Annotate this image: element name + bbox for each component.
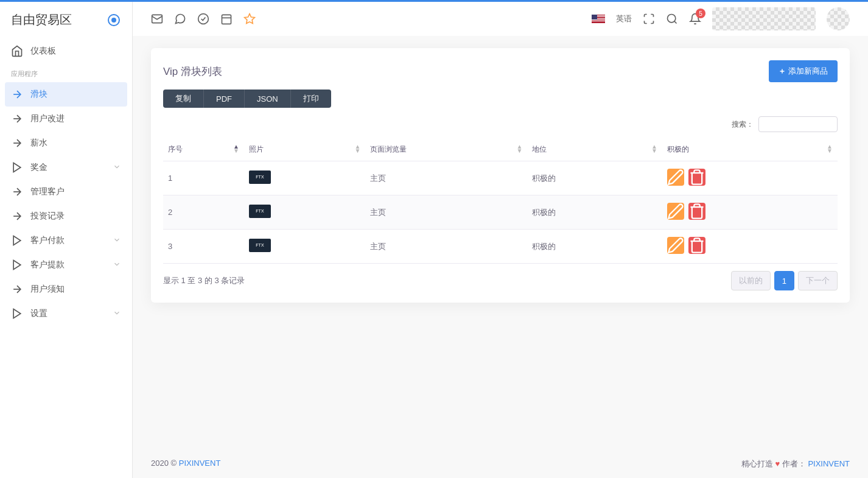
arrow-right-icon	[11, 113, 23, 125]
collapse-sidebar-icon[interactable]	[107, 13, 121, 27]
play-icon	[11, 308, 23, 320]
sidebar-item-invest-record[interactable]: 投资记录	[0, 204, 132, 228]
edit-button[interactable]	[667, 237, 684, 254]
sidebar-item-customer-pay[interactable]: 客户付款	[0, 228, 132, 253]
heart-icon: ♥	[775, 459, 780, 468]
sidebar-item-salary[interactable]: 薪水	[0, 131, 132, 155]
sidebar-item-label: 客户付款	[30, 235, 65, 246]
topbar: 英语 5	[133, 2, 868, 36]
sidebar-item-customer-withdraw[interactable]: 客户提款	[0, 253, 132, 277]
edit-button[interactable]	[667, 203, 684, 220]
sort-icon: ▲▼	[516, 144, 522, 153]
cell-sn: 2	[163, 195, 244, 230]
thumbnail-icon: FTX	[249, 170, 271, 184]
data-table: 序号▲▼ 照片▲▼ 页面浏览量▲▼ 地位▲▼ 积极的▲▼ 1 FTX 主页 积极…	[163, 138, 838, 264]
cell-actions	[662, 195, 838, 230]
chat-icon[interactable]	[174, 13, 186, 25]
svg-marker-9	[13, 261, 21, 270]
cell-photo: FTX	[244, 230, 365, 264]
pagination-prev[interactable]: 以前的	[731, 271, 771, 290]
arrow-right-icon	[11, 137, 23, 149]
cell-pageview: 主页	[365, 195, 527, 230]
check-circle-icon[interactable]	[197, 13, 209, 25]
arrow-right-icon	[11, 210, 23, 222]
star-icon[interactable]	[243, 13, 256, 25]
flag-icon[interactable]	[592, 15, 605, 23]
table-row: 2 FTX 主页 积极的	[163, 195, 838, 230]
search-input[interactable]	[758, 116, 838, 132]
brand: 自由贸易区	[0, 2, 132, 39]
plus-icon	[779, 68, 786, 75]
sidebar-item-label: 滑块	[30, 89, 47, 100]
play-icon	[11, 259, 23, 271]
svg-marker-16	[245, 14, 255, 24]
notification-badge: 5	[696, 9, 705, 18]
chevron-down-icon	[113, 163, 121, 173]
chevron-down-icon	[113, 260, 121, 270]
calendar-icon[interactable]	[220, 13, 233, 25]
sidebar-item-settings[interactable]: 设置	[0, 301, 132, 326]
sidebar: 自由贸易区 仪表板 应用程序 滑块 用户改进 薪水 奖金	[0, 2, 133, 478]
thumbnail-icon: FTX	[249, 239, 271, 252]
delete-button[interactable]	[688, 169, 705, 186]
svg-point-13	[198, 14, 209, 24]
export-print-button[interactable]: 打印	[291, 90, 331, 108]
sidebar-item-bonus[interactable]: 奖金	[0, 155, 132, 180]
svg-point-17	[668, 15, 676, 23]
sidebar-item-label: 客户提款	[30, 259, 65, 270]
add-new-label: 添加新商品	[788, 66, 828, 77]
sidebar-item-label: 用户须知	[30, 284, 65, 295]
chevron-down-icon	[113, 236, 121, 246]
cell-photo: FTX	[244, 195, 365, 230]
cell-photo: FTX	[244, 161, 365, 195]
mail-icon[interactable]	[151, 13, 163, 25]
arrow-right-icon	[11, 186, 23, 198]
sidebar-item-label: 投资记录	[30, 211, 65, 222]
pagination-next[interactable]: 下一个	[798, 271, 838, 290]
play-icon	[11, 234, 23, 247]
cell-actions	[662, 230, 838, 264]
sidebar-item-label: 薪水	[30, 138, 47, 149]
footer-author-link[interactable]: PIXINVENT	[808, 459, 850, 468]
th-photo[interactable]: 照片▲▼	[244, 138, 365, 161]
export-copy-button[interactable]: 复制	[163, 90, 204, 108]
sidebar-item-label: 仪表板	[30, 46, 56, 57]
export-pdf-button[interactable]: PDF	[204, 90, 245, 108]
sidebar-item-user-improve[interactable]: 用户改进	[0, 107, 132, 131]
sidebar-item-slider[interactable]: 滑块	[5, 82, 127, 107]
sidebar-item-user-notice[interactable]: 用户须知	[0, 277, 132, 301]
arrow-right-icon	[11, 88, 23, 100]
thumbnail-icon: FTX	[249, 205, 271, 218]
notification-icon[interactable]: 5	[689, 13, 701, 25]
edit-button[interactable]	[667, 169, 684, 186]
pagination-page-1[interactable]: 1	[774, 271, 794, 290]
language-label[interactable]: 英语	[616, 13, 632, 24]
sort-icon: ▲▼	[651, 144, 657, 153]
main-area: 英语 5 Vip 滑块列表 添加新商品	[133, 2, 868, 478]
play-icon	[11, 161, 23, 174]
svg-marker-8	[13, 236, 21, 245]
th-pageview[interactable]: 页面浏览量▲▼	[365, 138, 527, 161]
delete-button[interactable]	[688, 203, 705, 220]
cell-status: 积极的	[527, 161, 662, 195]
content: Vip 滑块列表 添加新商品 复制 PDF JSON 打印 搜索：	[133, 36, 868, 450]
maximize-icon[interactable]	[643, 13, 655, 25]
delete-button[interactable]	[688, 237, 705, 254]
avatar[interactable]	[827, 7, 850, 30]
brand-title: 自由贸易区	[11, 12, 72, 28]
sidebar-item-dashboard[interactable]: 仪表板	[0, 39, 132, 63]
add-new-button[interactable]: 添加新商品	[769, 60, 838, 82]
th-positive[interactable]: 积极的▲▼	[662, 138, 838, 161]
arrow-right-icon	[11, 283, 23, 295]
svg-point-1	[112, 18, 116, 22]
cell-pageview: 主页	[365, 230, 527, 264]
user-info-placeholder[interactable]	[712, 7, 816, 30]
svg-rect-14	[222, 15, 231, 24]
th-sn[interactable]: 序号▲▼	[163, 138, 244, 161]
export-json-button[interactable]: JSON	[245, 90, 291, 108]
footer-brand-link[interactable]: PIXINVENT	[179, 459, 221, 468]
th-status[interactable]: 地位▲▼	[527, 138, 662, 161]
search-icon[interactable]	[666, 13, 678, 25]
table-info: 显示 1 至 3 的 3 条记录	[163, 275, 245, 286]
sidebar-item-manage-customer[interactable]: 管理客户	[0, 180, 132, 204]
